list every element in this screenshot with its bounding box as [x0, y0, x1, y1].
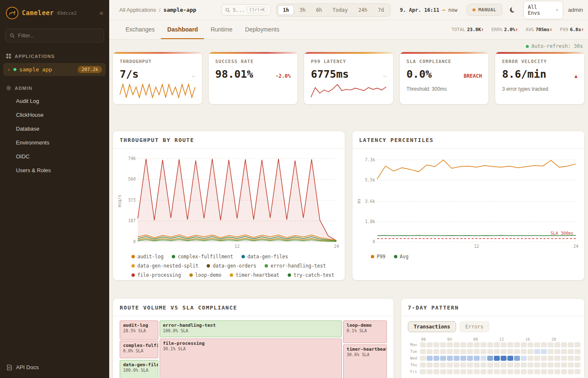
heatmap-cell[interactable] — [440, 362, 446, 368]
heatmap-cell[interactable] — [467, 349, 473, 354]
heatmap-cell[interactable] — [528, 349, 533, 354]
heatmap-cell[interactable] — [447, 356, 453, 361]
heatmap-cell[interactable] — [541, 356, 547, 361]
heatmap-cell[interactable] — [480, 369, 486, 374]
sidebar-item-sample-app[interactable]: › sample app 207.2k — [3, 63, 106, 76]
heatmap-cell[interactable] — [487, 349, 493, 354]
heatmap-cell[interactable] — [467, 342, 473, 347]
heatmap-cell[interactable] — [447, 362, 453, 368]
heatmap-cell[interactable] — [454, 342, 459, 347]
heatmap-cell[interactable] — [467, 362, 473, 368]
heatmap-cell[interactable] — [561, 356, 567, 361]
heatmap-cell[interactable] — [433, 369, 439, 374]
heatmap-cell[interactable] — [528, 356, 533, 361]
heatmap-cell[interactable] — [427, 349, 433, 354]
heatmap-cell[interactable] — [514, 356, 520, 361]
heatmap-cell[interactable] — [561, 342, 567, 347]
heatmap-cell[interactable] — [501, 362, 507, 368]
heatmap-cell[interactable] — [534, 369, 540, 374]
search-input[interactable] — [233, 7, 244, 13]
heatmap-cell[interactable] — [554, 356, 560, 361]
heatmap-cell[interactable] — [474, 362, 480, 368]
heatmap-cell[interactable] — [501, 349, 507, 354]
toggle-errors[interactable]: Errors — [459, 321, 489, 332]
heatmap-cell[interactable] — [440, 342, 446, 347]
tab-exchanges[interactable]: Exchanges — [119, 20, 161, 39]
heatmap-cell[interactable] — [427, 362, 433, 368]
heatmap-cell[interactable] — [494, 356, 500, 361]
heatmap-cell[interactable] — [568, 349, 574, 354]
heatmap-cell[interactable] — [514, 342, 520, 347]
heatmap-cell[interactable] — [420, 342, 426, 347]
time-range-1h[interactable]: 1h — [278, 5, 294, 15]
heatmap-cell[interactable] — [534, 342, 540, 347]
heatmap-cell[interactable] — [427, 369, 433, 374]
heatmap-cell[interactable] — [501, 369, 507, 374]
heatmap-cell[interactable] — [433, 342, 439, 347]
heatmap-cell[interactable] — [521, 342, 527, 347]
sidebar-item-database[interactable]: Database — [0, 122, 109, 136]
heatmap-cell[interactable] — [494, 342, 500, 347]
user-label[interactable]: admin — [568, 7, 584, 13]
sidebar-item-clickhouse[interactable]: ClickHouse — [0, 108, 109, 122]
time-range-3h[interactable]: 3h — [294, 5, 310, 15]
heatmap-cell[interactable] — [554, 369, 560, 374]
heatmap-cell[interactable] — [548, 362, 554, 368]
treemap-cell-error-handling-test[interactable]: error-handling-test100.0% SLA — [160, 320, 342, 337]
heatmap-cell[interactable] — [474, 356, 480, 361]
sidebar-item-users-roles[interactable]: Users & Roles — [0, 163, 109, 177]
heatmap-cell[interactable] — [454, 369, 459, 374]
heatmap-cell[interactable] — [420, 362, 426, 368]
treemap-cell-loop-demo[interactable]: loop-demo0.1% SLA — [343, 320, 387, 343]
heatmap-cell[interactable] — [420, 369, 426, 374]
dark-mode-toggle[interactable] — [507, 4, 518, 16]
tab-dashboard[interactable]: Dashboard — [161, 20, 204, 39]
heatmap-cell[interactable] — [561, 362, 567, 368]
heatmap-cell[interactable] — [507, 362, 513, 368]
heatmap-cell[interactable] — [460, 349, 466, 354]
heatmap-cell[interactable] — [487, 362, 493, 368]
heatmap-cell[interactable] — [528, 369, 533, 374]
heatmap-cell[interactable] — [501, 356, 507, 361]
heatmap-cell[interactable] — [554, 342, 560, 347]
heatmap-cell[interactable] — [440, 369, 446, 374]
heatmap-cell[interactable] — [521, 349, 527, 354]
heatmap-cell[interactable] — [541, 362, 547, 368]
heatmap-cell[interactable] — [440, 356, 446, 361]
heatmap-cell[interactable] — [501, 342, 507, 347]
heatmap-cell[interactable] — [568, 369, 574, 374]
sidebar-item-oidc[interactable]: OIDC — [0, 150, 109, 163]
heatmap-cell[interactable] — [427, 342, 433, 347]
sidebar-item-environments[interactable]: Environments — [0, 136, 109, 150]
sidebar-collapse-icon[interactable]: « — [100, 9, 103, 17]
heatmap-cell[interactable] — [480, 356, 486, 361]
heatmap-cell[interactable] — [474, 342, 480, 347]
heatmap-cell[interactable] — [521, 369, 527, 374]
env-select[interactable]: All Envs ▾ — [523, 1, 563, 19]
sidebar-filter[interactable] — [5, 29, 104, 42]
heatmap-cell[interactable] — [447, 369, 453, 374]
breadcrumb-all-applications[interactable]: All Applications — [119, 7, 156, 13]
heatmap-cell[interactable] — [474, 349, 480, 354]
heatmap-cell[interactable] — [507, 349, 513, 354]
heatmap-cell[interactable] — [447, 349, 453, 354]
heatmap-cell[interactable] — [575, 349, 580, 354]
heatmap-cell[interactable] — [568, 362, 574, 368]
heatmap-cell[interactable] — [514, 369, 520, 374]
heatmap-cell[interactable] — [548, 342, 554, 347]
heatmap-cell[interactable] — [487, 369, 493, 374]
heatmap-cell[interactable] — [528, 342, 533, 347]
heatmap-cell[interactable] — [561, 369, 567, 374]
manual-refresh-button[interactable]: MANUAL — [467, 4, 502, 16]
tab-deployments[interactable]: Deployments — [239, 20, 286, 39]
heatmap-cell[interactable] — [514, 362, 520, 368]
heatmap-cell[interactable] — [541, 342, 547, 347]
heatmap-cell[interactable] — [521, 362, 527, 368]
heatmap-cell[interactable] — [467, 369, 473, 374]
global-search[interactable]: Ctrl+K — [221, 4, 271, 16]
heatmap-cell[interactable] — [575, 356, 580, 361]
heatmap-cell[interactable] — [548, 369, 554, 374]
heatmap-cell[interactable] — [480, 342, 486, 347]
heatmap-cell[interactable] — [528, 362, 533, 368]
heatmap-cell[interactable] — [480, 349, 486, 354]
